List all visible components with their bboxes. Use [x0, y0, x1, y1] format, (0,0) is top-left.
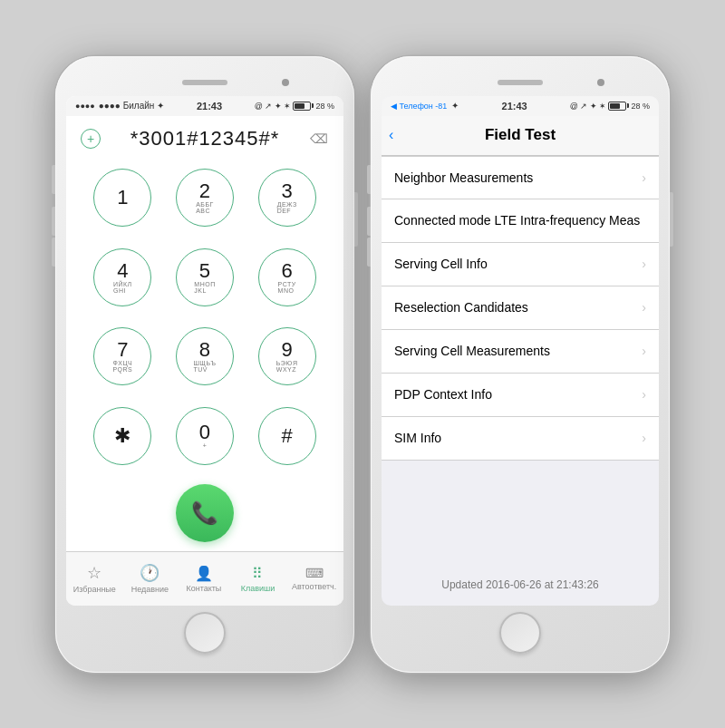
- key-star[interactable]: ✱: [93, 407, 151, 465]
- key-1[interactable]: 1: [93, 169, 151, 227]
- tab-bar: ☆ Избранные 🕐 Недавние 👤 Контакты ⠿ Клав…: [66, 551, 343, 606]
- status-icons-dialer: @ ↗ ✦ ✶: [255, 102, 292, 111]
- menu-item-serving-cell-meas[interactable]: Serving Cell Measurements ›: [382, 330, 659, 374]
- menu-item-neighbor-label: Neighbor Measurements: [394, 170, 642, 185]
- tab-keypad-label: Клавиши: [241, 584, 276, 593]
- keypad-icon: ⠿: [252, 565, 263, 582]
- dialer-input-area: + *3001#12345#* ⌫: [66, 116, 343, 158]
- key-4[interactable]: 4 ИЙКЛGHI: [93, 248, 151, 306]
- key-2-letters: АББГABC: [196, 201, 214, 214]
- ft-menu-section: Neighbor Measurements › Connected mode L…: [382, 156, 659, 461]
- voicemail-icon: ⌨: [305, 566, 324, 580]
- battery-icon-dialer: [293, 102, 314, 111]
- status-icons-ft: @ ↗ ✦ ✶: [570, 102, 607, 111]
- menu-item-lte-label: Connected mode LTE Intra-frequency Meas: [394, 213, 646, 228]
- key-0[interactable]: 0 +: [176, 407, 234, 465]
- menu-item-lte[interactable]: Connected mode LTE Intra-frequency Meas: [382, 199, 659, 243]
- phone-dialer: ●●●● ●●●● Билайн ✦ 21:43 @ ↗ ✦ ✶ 28 %: [55, 56, 354, 673]
- menu-item-sim-label: SIM Info: [394, 431, 642, 445]
- key-2[interactable]: 2 АББГABC: [176, 169, 234, 227]
- tab-favorites[interactable]: ☆ Избранные: [73, 563, 116, 594]
- chevron-pdp-icon: ›: [642, 387, 646, 402]
- tab-voicemail[interactable]: ⌨ Автоответч.: [292, 566, 336, 591]
- menu-item-reselection-label: Reselection Candidates: [394, 300, 642, 315]
- key-7[interactable]: 7 ФХЦЧPQRS: [93, 327, 151, 385]
- chevron-reselection-icon: ›: [642, 300, 646, 315]
- battery-body-ft: [608, 102, 626, 111]
- menu-item-neighbor[interactable]: Neighbor Measurements ›: [382, 156, 659, 199]
- home-button-ft[interactable]: [499, 612, 541, 654]
- key-7-num: 7: [117, 340, 128, 360]
- menu-item-serving-cell-meas-label: Serving Cell Measurements: [394, 344, 642, 358]
- battery-tip-dialer: [312, 103, 314, 108]
- menu-item-serving-cell-info[interactable]: Serving Cell Info ›: [382, 243, 659, 286]
- key-5-num: 5: [199, 261, 210, 281]
- battery-body-dialer: [293, 102, 311, 111]
- key-4-num: 4: [117, 261, 128, 281]
- key-1-num: 1: [117, 188, 128, 208]
- key-hash[interactable]: #: [258, 407, 316, 465]
- back-button[interactable]: ‹: [389, 127, 393, 143]
- wifi-status: ✦: [451, 101, 459, 111]
- speaker-ft: [498, 80, 543, 85]
- call-button[interactable]: 📞: [176, 484, 234, 542]
- chevron-sim-icon: ›: [642, 431, 646, 445]
- scene: ●●●● ●●●● Билайн ✦ 21:43 @ ↗ ✦ ✶ 28 %: [55, 56, 670, 673]
- tab-recent[interactable]: 🕐 Недавние: [130, 563, 169, 594]
- phone-top-dialer: [66, 69, 343, 96]
- key-0-letters: +: [203, 442, 208, 449]
- key-8-num: 8: [199, 340, 210, 360]
- battery-pct-dialer: 28 %: [315, 102, 334, 111]
- key-5[interactable]: 5 МНОПJKL: [176, 248, 234, 306]
- home-button-dialer[interactable]: [184, 612, 226, 654]
- phone-icon: 📞: [191, 500, 218, 526]
- camera-dialer: [282, 79, 289, 86]
- key-8[interactable]: 8 ШЩЬЪTUV: [176, 327, 234, 385]
- ft-title: Field Test: [485, 126, 556, 144]
- key-hash-sym: #: [282, 424, 293, 448]
- recent-icon: 🕐: [140, 563, 160, 583]
- battery-tip-ft: [627, 103, 629, 108]
- menu-item-pdp[interactable]: PDP Context Info ›: [382, 374, 659, 417]
- clear-button[interactable]: ⌫: [309, 131, 329, 147]
- key-2-num: 2: [199, 181, 210, 201]
- carrier-name: ●●●● Билайн ✦: [99, 101, 164, 111]
- phone-fieldtest: ◀ Телефон -81 ✦ 21:43 @ ↗ ✦ ✶ 28 %: [371, 56, 670, 673]
- key-6-num: 6: [282, 261, 293, 281]
- menu-item-sim[interactable]: SIM Info ›: [382, 417, 659, 461]
- key-6[interactable]: 6 РСТУMNO: [258, 248, 316, 306]
- key-4-letters: ИЙКЛGHI: [113, 281, 132, 294]
- back-chevron-icon: ‹: [389, 127, 393, 143]
- tab-contacts[interactable]: 👤 Контакты: [184, 565, 224, 593]
- menu-item-reselection[interactable]: Reselection Candidates ›: [382, 286, 659, 330]
- battery-fill-dialer: [295, 103, 304, 109]
- dialer-number[interactable]: *3001#12345#*: [108, 127, 302, 150]
- favorites-icon: ☆: [87, 563, 102, 583]
- key-8-letters: ШЩЬЪTUV: [193, 360, 216, 373]
- status-time-ft: 21:43: [502, 101, 527, 112]
- key-3-letters: ДЕЖЗDEF: [277, 201, 297, 214]
- plus-button[interactable]: +: [81, 129, 101, 149]
- key-3[interactable]: 3 ДЕЖЗDEF: [258, 169, 316, 227]
- status-bar-dialer: ●●●● ●●●● Билайн ✦ 21:43 @ ↗ ✦ ✶ 28 %: [66, 96, 343, 116]
- status-left-ft: ◀ Телефон -81 ✦: [391, 101, 459, 111]
- back-carrier: ◀ Телефон -81: [391, 102, 447, 111]
- key-star-sym: ✱: [114, 424, 130, 448]
- menu-item-serving-cell-info-label: Serving Cell Info: [394, 257, 642, 271]
- signal-indicator: ●●●●: [75, 102, 95, 111]
- tab-voicemail-label: Автоответч.: [292, 582, 336, 591]
- key-7-letters: ФХЦЧPQRS: [112, 360, 132, 373]
- status-time-dialer: 21:43: [197, 101, 222, 112]
- battery-icon-ft: [608, 102, 629, 111]
- status-right-ft: @ ↗ ✦ ✶ 28 %: [570, 102, 650, 111]
- battery-pct-ft: 28 %: [631, 102, 650, 111]
- tab-recent-label: Недавние: [131, 585, 169, 594]
- tab-keypad[interactable]: ⠿ Клавиши: [237, 565, 277, 593]
- key-3-num: 3: [282, 181, 293, 201]
- fieldtest-screen: ◀ Телефон -81 ✦ 21:43 @ ↗ ✦ ✶ 28 %: [382, 96, 659, 606]
- chevron-neighbor-icon: ›: [642, 170, 646, 185]
- contacts-icon: 👤: [195, 565, 213, 582]
- status-bar-ft: ◀ Телефон -81 ✦ 21:43 @ ↗ ✦ ✶ 28 %: [382, 96, 659, 116]
- keypad: 1 2 АББГABC 3 ДЕЖЗDEF 4 ИЙКЛGHI 5: [66, 158, 343, 477]
- key-9[interactable]: 9 ЬЭЮЯWXYZ: [258, 327, 316, 385]
